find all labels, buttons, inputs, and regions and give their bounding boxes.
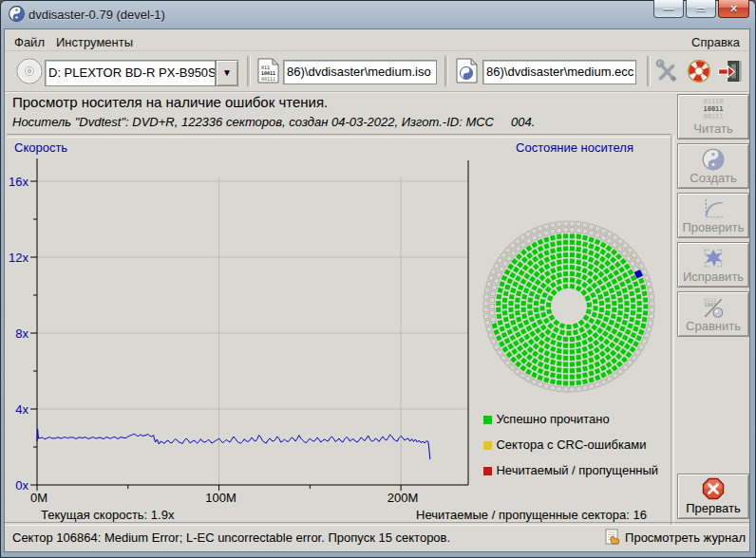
speed-chart: 0x4x8x12x16x0M100M200M [5, 151, 476, 506]
toolbar-separator [647, 56, 651, 86]
iso-path-input[interactable]: 86)\dvdisaster\medium.iso [283, 60, 437, 84]
disc-panel-title: Состояние носителя [477, 140, 672, 155]
fix-button-label: Исправить [678, 270, 748, 284]
menu-help[interactable]: Справка [688, 33, 744, 51]
disc-sector-map [482, 219, 664, 401]
abort-button[interactable]: Прервать [677, 474, 749, 519]
ecc-path-value: 86)\dvdisaster\medium.ecc [483, 61, 635, 84]
statusbar-message: Сектор 106864: Medium Error; L-EC uncorr… [12, 530, 450, 545]
crc-swatch [483, 441, 492, 450]
menu-file[interactable]: Файл [10, 33, 48, 51]
statusbar-divider [5, 522, 749, 526]
abort-octagon-icon [702, 477, 725, 500]
maximize-icon: ▭ [696, 4, 706, 14]
compare-disc-icon: 0111 1001 [701, 295, 726, 320]
svg-text:8x: 8x [15, 326, 28, 341]
curve-chart-icon [701, 196, 726, 221]
iso-path-value: 86)\dvdisaster\medium.iso [284, 61, 436, 84]
drive-dropdown-button[interactable]: ▼ [216, 60, 238, 86]
ecc-file-icon [456, 58, 478, 84]
ok-swatch [483, 416, 492, 424]
verify-button[interactable]: Проверить [677, 193, 749, 238]
svg-text:01110: 01110 [703, 98, 723, 105]
svg-text:00111: 00111 [703, 113, 723, 121]
legend-label: Успешно прочитано [496, 412, 609, 426]
svg-text:4x: 4x [15, 402, 28, 417]
legend-item-unreadable: Нечитаемый / пропущенный [483, 462, 658, 488]
minimize-icon: — [664, 4, 674, 14]
svg-text:12x: 12x [9, 251, 28, 265]
sidebar-divider [671, 136, 674, 525]
window-title: dvdisaster-0.79 (devel-1) [28, 8, 165, 22]
create-button-label: Создать [678, 171, 748, 185]
view-log-button[interactable]: Просмотреть журнал [605, 529, 746, 546]
header-divider [7, 134, 671, 138]
iso-file-icon: 011 10011 00111 [257, 58, 279, 84]
drive-combobox-value: D: PLEXTOR BD-R PX-B950SA [46, 61, 215, 85]
current-speed: Текущая скорость: 1.9x [41, 508, 174, 522]
close-icon: ✕ [729, 4, 738, 14]
dvdisaster-window: dvdisaster-0.79 (devel-1) — ▭ ✕ Файл Инс… [0, 0, 756, 558]
toolbar-separator [444, 56, 448, 86]
verify-button-label: Проверить [678, 220, 748, 234]
legend-label: Сектора с CRC-ошибками [496, 437, 646, 452]
fix-button[interactable]: Исправить [677, 242, 749, 288]
close-button[interactable]: ✕ [718, 0, 749, 18]
legend-item-ok: Успешно прочитано [483, 411, 658, 437]
chevron-down-icon: ▼ [222, 67, 232, 78]
patch-splash-icon [701, 246, 726, 270]
svg-text:16x: 16x [9, 175, 28, 189]
view-log-icon [605, 529, 621, 546]
menubar: Файл Инструменты Справка [5, 29, 749, 51]
svg-text:10011: 10011 [703, 105, 723, 113]
skipped-sectors-count: Нечитаемые / пропущенные сектора: 16 [366, 508, 647, 522]
toolbar-separator [247, 56, 251, 86]
app-yinyang-icon [9, 6, 25, 22]
drive-combobox[interactable]: D: PLEXTOR BD-R PX-B950SA [45, 60, 216, 86]
medium-info: Носитель "Dvdtest": DVD+R, 122336 сектор… [12, 115, 535, 129]
abort-button-label: Прервать [678, 501, 748, 515]
client-area: Файл Инструменты Справка D: PLEXTOR BD-R… [4, 28, 750, 552]
legend-item-crc: Сектора с CRC-ошибками [483, 437, 658, 462]
binary-icon: 01110 10011 00111 [697, 97, 729, 121]
unreadable-swatch [483, 467, 492, 475]
maximize-button[interactable]: ▭ [686, 0, 716, 18]
titlebar[interactable]: dvdisaster-0.79 (devel-1) — ▭ ✕ [0, 0, 756, 28]
create-button[interactable]: Создать [677, 143, 749, 189]
exit-door-icon[interactable] [717, 59, 742, 84]
svg-text:200M: 200M [387, 491, 419, 505]
legend-label: Нечитаемый / пропущенный [496, 463, 658, 477]
disc-drive-icon[interactable] [14, 56, 45, 86]
ecc-path-input[interactable]: 86)\dvdisaster\medium.ecc [482, 60, 636, 84]
compare-button-label: Сравнить [678, 319, 748, 333]
read-button[interactable]: 01110 10011 00111 Читать [677, 94, 749, 140]
svg-text:100M: 100M [205, 491, 236, 505]
minimize-button[interactable]: — [653, 0, 684, 18]
svg-text:00111: 00111 [261, 76, 275, 82]
yinyang-icon [701, 147, 726, 172]
legend: Успешно прочитано Сектора с CRC-ошибками… [483, 411, 658, 488]
lifebuoy-icon[interactable] [687, 59, 711, 84]
menu-tools[interactable]: Инструменты [52, 33, 137, 51]
page-title: Просмотр носителя на наличие ошибок чтен… [12, 94, 328, 110]
view-log-label: Просмотреть журнал [625, 530, 746, 545]
svg-text:0x: 0x [15, 478, 28, 493]
tools-icon[interactable] [654, 59, 679, 84]
svg-text:0M: 0M [30, 491, 47, 505]
read-button-label: Читать [678, 121, 748, 136]
compare-button[interactable]: 0111 1001 Сравнить [677, 291, 749, 337]
toolbar: D: PLEXTOR BD-R PX-B950SA ▼ 011 10011 00… [5, 51, 749, 92]
